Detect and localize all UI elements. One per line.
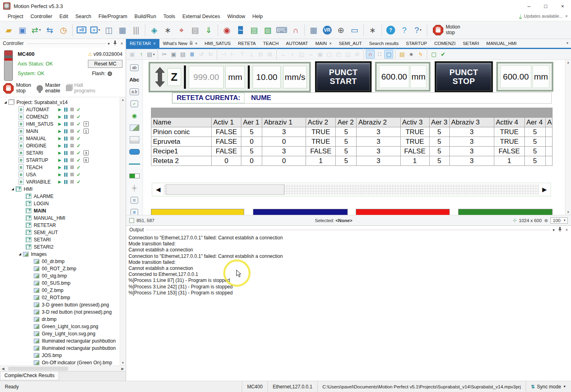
recipe-value-cell[interactable]: TRUE — [494, 137, 524, 147]
column-header[interactable]: Activ 1 — [212, 118, 241, 127]
canvas-vertical-scrollbar[interactable]: ▲ ▼ — [565, 60, 571, 215]
tree-item-hmi-alarme[interactable]: ALARME — [0, 193, 126, 200]
table-row[interactable]: Pinion conicFALSE53TRUE53TRUE53TRUE5 — [151, 127, 553, 137]
space-evenly-button[interactable]: ⇔ — [306, 50, 315, 59]
print-button[interactable]: ▤▾ — [146, 50, 155, 59]
print-dropdown-icon[interactable]: ▾ — [153, 53, 155, 56]
tab-retetar[interactable]: RETETAR× — [126, 39, 159, 48]
recipe-value-cell[interactable]: 1 — [400, 156, 429, 166]
pause-program-icon[interactable] — [64, 122, 67, 126]
tree-item-image[interactable]: 00_SUS.bmp — [0, 280, 126, 287]
validate-button[interactable]: ✔ — [438, 50, 447, 59]
tab-setari[interactable]: SETARI — [459, 39, 483, 48]
axis-3d-button[interactable]: ◈ — [148, 23, 161, 37]
tree-item-main[interactable]: BMAIN▶✓1 — [0, 128, 126, 135]
ungroup-button[interactable]: ▢ — [325, 50, 334, 59]
pause-program-icon[interactable] — [64, 180, 67, 184]
recipe-value-cell[interactable]: 0 — [212, 156, 241, 166]
axis-status-button[interactable]: ▧ — [261, 23, 274, 37]
zoom-icon[interactable]: ⊕ — [544, 218, 548, 223]
stop-program-icon[interactable] — [70, 151, 74, 155]
tree-item-variabile[interactable]: BVARIABILE▶✓ — [0, 178, 126, 186]
minimize-button[interactable]: – — [520, 0, 537, 12]
dismiss-updates-icon[interactable]: × — [565, 14, 568, 18]
panel-menu-icon[interactable]: ▾ — [108, 41, 110, 46]
output-log[interactable]: Connection to "Ethernet,127.0.0.1" faile… — [126, 234, 571, 381]
output-menu-icon[interactable]: ▾ — [553, 228, 555, 232]
recipe-value-cell[interactable]: 3 — [262, 147, 306, 156]
process-browser-button[interactable]: ◫ — [102, 23, 115, 37]
reset-mc-button[interactable]: Reset MC — [88, 60, 122, 68]
output-close-icon[interactable]: × — [565, 228, 568, 232]
tab-what-s-new[interactable]: What's New× — [159, 39, 201, 48]
expander-icon[interactable]: ◢ — [18, 252, 22, 256]
undo-button[interactable]: ↺ — [197, 50, 206, 59]
canvas-scroll-down-icon[interactable]: ▼ — [567, 210, 570, 214]
distance-panel-1[interactable]: 600.00 mm — [375, 62, 430, 92]
distance-value-2[interactable]: 600.00 — [500, 65, 531, 88]
snap-magnet-button[interactable]: ∩ — [366, 50, 375, 59]
recipe-value-cell[interactable]: 3 — [357, 127, 400, 137]
send-back-button[interactable]: ◲ — [343, 50, 352, 59]
cam-profile-button[interactable]: ∩ — [289, 23, 302, 37]
menu-item-file-program[interactable]: File/Program — [95, 13, 131, 20]
help-button[interactable]: ? — [384, 23, 397, 37]
hmi-button-incarca[interactable]: √ INCARCA — [458, 209, 553, 215]
valve-widget[interactable]: ╪ — [128, 184, 141, 192]
drive-gear-button[interactable]: ∗ — [161, 23, 174, 37]
tree-item-image[interactable]: 00_Z.bmp — [0, 287, 126, 294]
hmi-button-modifica[interactable]: MODIFICA — [151, 209, 244, 215]
z-position-value[interactable]: 999.00 — [189, 66, 224, 88]
axis-parameters-button[interactable]: ▤ — [248, 23, 261, 37]
stop-program-icon[interactable] — [70, 158, 74, 162]
stop-program-icon[interactable] — [70, 165, 74, 169]
tree-item-image[interactable]: 02_ROT.bmp — [0, 294, 126, 301]
pause-program-icon[interactable] — [64, 137, 67, 141]
tree-item-hmi-login[interactable]: LOGIN — [0, 200, 126, 207]
run-initial-button[interactable]: »0 — [75, 23, 88, 37]
apply-to-controller-button[interactable]: ↑ — [137, 50, 146, 59]
tree-item-setari[interactable]: BSETARI▶✓3 — [0, 149, 126, 157]
tree-item-hmi-retetar[interactable]: RETETAR — [0, 222, 126, 229]
recipe-value-cell[interactable]: FALSE — [306, 147, 336, 156]
recipe-value-cell[interactable]: 5 — [241, 147, 262, 156]
textbox-widget[interactable]: ab — [128, 63, 141, 72]
paste-button[interactable]: ▤ — [178, 50, 187, 59]
recipe-value-cell[interactable] — [545, 156, 552, 166]
scroll-left-icon[interactable]: ◀ — [2, 367, 4, 371]
menu-item-build-run[interactable]: Build/Run — [131, 13, 160, 20]
pause-program-icon[interactable] — [64, 158, 67, 162]
connect-timer-button[interactable]: ◷ — [57, 23, 70, 37]
tree-item-image[interactable]: 3-D green button (pressed).png — [0, 301, 126, 308]
recipe-value-cell[interactable]: 0 — [262, 137, 306, 147]
close-tab-icon[interactable]: × — [153, 41, 156, 46]
recipe-value-cell[interactable]: 1 — [494, 156, 524, 166]
pause-program-icon[interactable] — [64, 151, 67, 155]
column-header[interactable]: Aer 1 — [241, 118, 262, 127]
help-iec-button[interactable]: ?▾ — [412, 23, 424, 37]
tab-reteta[interactable]: RETETA — [234, 39, 259, 48]
table-row[interactable]: Recipe1FALSE53FALSE53FALSE53FALSE5 — [151, 147, 553, 156]
table-row[interactable]: Reteta 200015315315 — [151, 156, 553, 166]
maximize-button[interactable]: □ — [537, 0, 554, 12]
close-panel-icon[interactable]: × — [120, 41, 123, 46]
recipe-value-cell[interactable]: 5 — [336, 127, 357, 137]
master-enable-button[interactable]: Masterenable — [37, 83, 61, 94]
z-speed-value[interactable]: 10.00 — [253, 66, 281, 88]
run-program-icon[interactable]: ▶ — [58, 107, 61, 112]
punct-stop-button[interactable]: PUNCTSTOP — [434, 61, 493, 92]
close-tab-icon[interactable]: × — [329, 41, 332, 46]
terminal-dropdown-icon[interactable]: ▾ — [98, 28, 100, 32]
tree-item-image[interactable]: 00_dr.bmp — [0, 258, 126, 265]
clear-format-button[interactable]: ⊘ — [353, 50, 361, 59]
recipe-value-cell[interactable]: 5 — [429, 137, 449, 147]
same-height-button[interactable]: ↕ — [288, 50, 297, 59]
recipe-name-cell[interactable]: Epruveta — [151, 137, 212, 147]
line-widget[interactable] — [128, 159, 141, 168]
column-header[interactable]: Name — [151, 118, 212, 127]
tree-item-teach[interactable]: BTEACH▶✓ — [0, 164, 126, 171]
tree-item-hmi-setari[interactable]: SETARI — [0, 236, 126, 243]
updates-banner[interactable]: ↓ Updates available... × — [519, 13, 568, 18]
recipe-value-cell[interactable]: 3 — [357, 137, 400, 147]
stop-program-icon[interactable] — [70, 137, 74, 140]
